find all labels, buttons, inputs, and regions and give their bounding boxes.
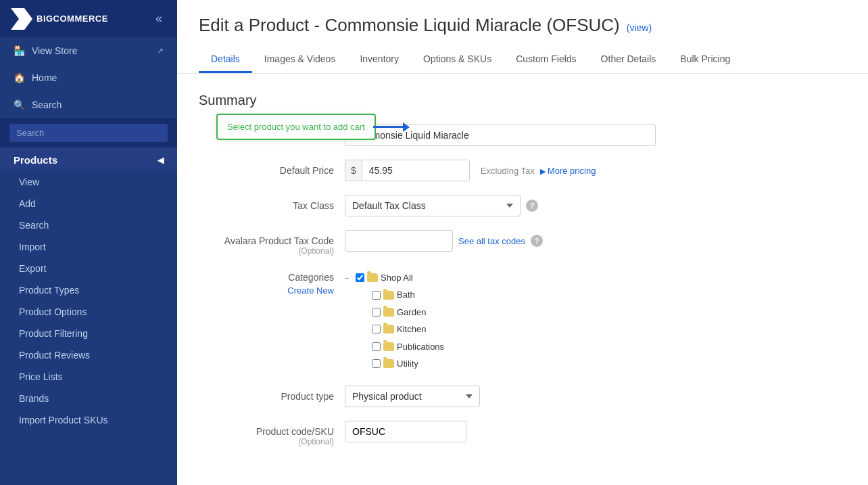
tax-class-row: Tax Class Default Tax Class Non-taxable … xyxy=(199,195,846,216)
checkbox-publications[interactable] xyxy=(372,342,381,351)
sidebar-search-box xyxy=(0,118,177,147)
avalara-row: Avalara Product Tax Code (Optional) See … xyxy=(199,230,846,256)
sidebar-sub-import[interactable]: Import xyxy=(0,236,177,258)
arrow-line xyxy=(373,126,403,128)
price-label: Default Price xyxy=(199,160,334,176)
logo-text: BIGCOMMERCE xyxy=(37,14,108,24)
categories-tree-container: – Shop All Bath xyxy=(345,269,444,372)
category-publications: Publications xyxy=(345,338,444,355)
products-arrow-icon: ◀ xyxy=(158,156,164,165)
sidebar-item-import-product-skus[interactable]: Import Product SKUs xyxy=(0,409,177,431)
price-prefix: $ xyxy=(345,160,362,181)
sidebar-logo: BIGCOMMERCE xyxy=(11,8,108,30)
tab-options-skus[interactable]: Options & SKUs xyxy=(411,47,504,73)
tax-class-field: Default Tax Class Non-taxable Products S… xyxy=(345,195,846,216)
category-utility: Utility xyxy=(345,355,444,372)
sidebar-item-price-lists[interactable]: Price Lists xyxy=(0,366,177,388)
checkbox-bath[interactable] xyxy=(372,291,381,300)
sidebar-search-input[interactable] xyxy=(9,124,168,142)
sidebar-sub-search[interactable]: Search xyxy=(0,214,177,236)
price-row: Default Price $ Excluding Tax More prici… xyxy=(199,160,846,181)
page-title-row: Edit a Product - Commonsie Liquid Miarac… xyxy=(199,15,846,36)
checkbox-utility[interactable] xyxy=(372,359,381,368)
checkbox-shop-all[interactable] xyxy=(356,273,364,282)
sidebar-item-product-reviews[interactable]: Product Reviews xyxy=(0,344,177,366)
category-bath: Bath xyxy=(345,286,444,303)
product-sku-row: Product code/SKU (Optional) xyxy=(199,421,846,446)
product-type-row: Product type Physical product Digital pr… xyxy=(199,386,846,407)
create-new-category-link[interactable]: Create New xyxy=(199,285,334,296)
checkbox-garden[interactable] xyxy=(372,308,381,317)
page-header: Edit a Product - Commonsie Liquid Miarac… xyxy=(177,0,868,74)
sidebar-sub-add[interactable]: Add xyxy=(0,193,177,214)
sidebar-item-product-filtering[interactable]: Product Filtering xyxy=(0,323,177,344)
cat-name-garden[interactable]: Garden xyxy=(397,304,426,320)
tab-bulk-pricing[interactable]: Bulk Pricing xyxy=(668,47,742,73)
add-to-cart-tooltip: Select product you want to add cart xyxy=(216,114,376,140)
cat-name-shop-all[interactable]: Shop All xyxy=(381,270,413,285)
cat-name-bath[interactable]: Bath xyxy=(397,287,415,302)
cat-name-utility[interactable]: Utility xyxy=(397,356,418,371)
sidebar-collapse-btn[interactable]: « xyxy=(151,10,166,27)
sidebar-item-brands[interactable]: Brands xyxy=(0,388,177,409)
product-type-select[interactable]: Physical product Digital product Gift ce… xyxy=(345,386,480,407)
category-garden: Garden xyxy=(345,304,444,321)
product-sku-input[interactable] xyxy=(345,421,466,442)
folder-kitchen-icon xyxy=(383,325,394,333)
price-field: $ Excluding Tax More pricing xyxy=(345,160,846,181)
home-icon: 🏠 xyxy=(14,72,25,83)
product-type-label: Product type xyxy=(199,386,334,402)
tax-class-help-icon[interactable]: ? xyxy=(526,200,538,212)
sidebar-item-product-options[interactable]: Product Options xyxy=(0,301,177,323)
categories-label: Categories xyxy=(199,272,334,283)
page-title: Edit a Product - Commonsie Liquid Miarac… xyxy=(199,15,620,36)
name-field xyxy=(345,124,846,146)
avalara-help-icon[interactable]: ? xyxy=(531,235,543,247)
tax-class-label: Tax Class xyxy=(199,195,334,211)
see-all-tax-link[interactable]: See all tax codes xyxy=(458,236,525,246)
product-sku-label: Product code/SKU (Optional) xyxy=(199,421,334,446)
cat-name-kitchen[interactable]: Kitchen xyxy=(397,321,426,337)
categories-row: Categories Create New – Shop All xyxy=(199,269,846,372)
folder-garden-icon xyxy=(383,308,394,317)
categories-tree: – Shop All Bath xyxy=(345,269,444,372)
sidebar-nav-search[interactable]: 🔍 Search xyxy=(0,91,177,118)
svg-marker-0 xyxy=(11,8,32,30)
categories-label-col: Categories Create New xyxy=(199,269,334,296)
price-input-group: $ xyxy=(345,160,470,181)
folder-shop-all-icon xyxy=(367,273,378,282)
view-product-link[interactable]: (view) xyxy=(627,22,652,33)
tab-other-details[interactable]: Other Details xyxy=(589,47,669,73)
price-input[interactable] xyxy=(362,160,470,181)
home-label: Home xyxy=(32,72,57,83)
sidebar-nav-view-store[interactable]: 🏪 View Store ↗ xyxy=(0,37,177,64)
avalara-field: See all tax codes ? xyxy=(345,230,846,252)
avalara-input[interactable] xyxy=(345,230,453,252)
tab-images-videos[interactable]: Images & Videos xyxy=(252,47,348,73)
sidebar-sub-export[interactable]: Export xyxy=(0,258,177,279)
tab-details[interactable]: Details xyxy=(199,47,252,73)
tab-custom-fields[interactable]: Custom Fields xyxy=(504,47,588,73)
folder-utility-icon xyxy=(383,359,394,368)
search-nav-label: Search xyxy=(32,99,62,110)
tab-inventory[interactable]: Inventory xyxy=(347,47,411,73)
search-icon: 🔍 xyxy=(14,99,25,110)
sidebar-item-product-types[interactable]: Product Types xyxy=(0,279,177,301)
avalara-label: Avalara Product Tax Code (Optional) xyxy=(199,230,334,256)
expander-shop-all[interactable]: – xyxy=(345,271,353,285)
checkbox-kitchen[interactable] xyxy=(372,325,381,333)
products-section-header[interactable]: Products ◀ xyxy=(0,147,177,171)
view-store-label: View Store xyxy=(32,45,77,56)
store-icon: 🏪 xyxy=(14,45,25,56)
tabs-bar: Details Images & Videos Inventory Option… xyxy=(199,47,846,73)
cat-name-publications[interactable]: Publications xyxy=(397,339,444,354)
tax-class-select[interactable]: Default Tax Class Non-taxable Products S… xyxy=(345,195,521,216)
folder-publications-icon xyxy=(383,342,394,351)
sidebar-nav-home[interactable]: 🏠 Home xyxy=(0,64,177,91)
sidebar-sub-view[interactable]: View xyxy=(0,171,177,193)
more-pricing-link[interactable]: More pricing xyxy=(540,166,596,176)
content-area: Summary Name Default Price $ Excluding T… xyxy=(177,74,868,479)
external-link-icon: ↗ xyxy=(157,46,164,55)
main-content: Edit a Product - Commonsie Liquid Miarac… xyxy=(177,0,868,485)
tax-info-text: Excluding Tax xyxy=(481,166,535,176)
